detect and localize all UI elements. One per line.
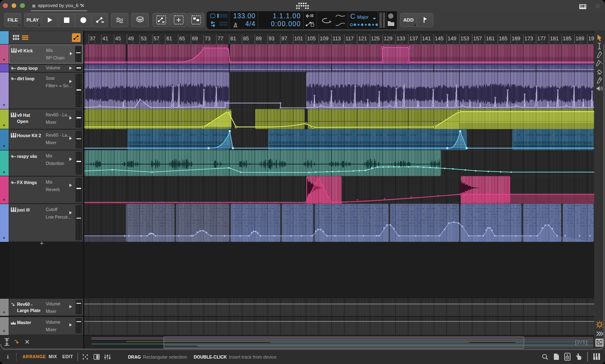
- svg-text:109: 109: [320, 36, 329, 42]
- svg-text:49: 49: [128, 36, 134, 42]
- svg-text:121: 121: [358, 36, 367, 42]
- svg-text:153: 153: [460, 36, 469, 42]
- svg-text:57: 57: [154, 36, 160, 42]
- svg-text:157: 157: [473, 36, 482, 42]
- svg-text:149: 149: [448, 36, 456, 42]
- svg-text:89: 89: [256, 36, 262, 42]
- svg-text:193: 193: [588, 36, 594, 42]
- svg-text:125: 125: [371, 36, 380, 42]
- svg-text:133: 133: [396, 36, 405, 42]
- svg-text:141: 141: [422, 36, 431, 42]
- svg-text:45: 45: [115, 36, 121, 42]
- svg-text:77: 77: [218, 36, 224, 42]
- svg-text:145: 145: [435, 36, 444, 42]
- svg-text:117: 117: [345, 36, 354, 42]
- svg-text:165: 165: [499, 36, 507, 42]
- svg-text:161: 161: [486, 36, 495, 42]
- svg-text:93: 93: [269, 36, 275, 42]
- svg-text:69: 69: [192, 36, 198, 42]
- svg-text:169: 169: [512, 36, 520, 42]
- svg-text:189: 189: [575, 36, 584, 42]
- svg-text:81: 81: [230, 36, 236, 42]
- svg-text:137: 137: [409, 36, 418, 42]
- svg-text:113: 113: [332, 36, 341, 42]
- svg-text:w: w: [162, 20, 165, 24]
- svg-text:105: 105: [307, 36, 316, 42]
- svg-text:37: 37: [90, 36, 96, 42]
- svg-text:173: 173: [524, 36, 533, 42]
- svg-text:73: 73: [205, 36, 211, 42]
- svg-text:185: 185: [563, 36, 571, 42]
- svg-text:97: 97: [281, 36, 287, 42]
- svg-text:53: 53: [141, 36, 147, 42]
- svg-text:85: 85: [243, 36, 249, 42]
- svg-text:61: 61: [166, 36, 172, 42]
- svg-text:177: 177: [537, 36, 546, 42]
- svg-text:65: 65: [179, 36, 185, 42]
- svg-text:41: 41: [103, 36, 108, 42]
- svg-text:w: w: [101, 20, 104, 24]
- svg-text:181: 181: [550, 36, 559, 42]
- svg-text:101: 101: [294, 36, 303, 42]
- svg-text:129: 129: [384, 36, 393, 42]
